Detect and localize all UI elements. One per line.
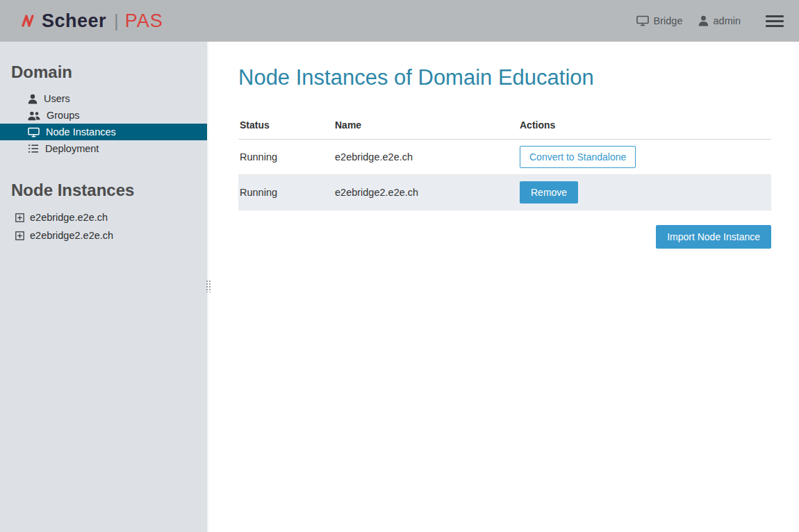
- bridge-menu[interactable]: Bridge: [636, 15, 683, 26]
- column-header-actions: Actions: [518, 114, 771, 140]
- column-header-name: Name: [333, 114, 518, 140]
- bridge-label: Bridge: [654, 15, 683, 26]
- page-title: Node Instances of Domain Education: [238, 65, 771, 90]
- plus-square-icon[interactable]: [15, 231, 24, 240]
- node-instances-heading: Node Instances: [11, 181, 207, 200]
- node-instances-tree: e2ebridge.e2e.ch e2ebridge2.e2e.ch: [0, 208, 207, 244]
- users-group-icon: [28, 110, 40, 121]
- user-icon: [698, 15, 709, 26]
- tree-item-e2ebridge2[interactable]: e2ebridge2.e2e.ch: [0, 226, 207, 244]
- convert-to-standalone-button[interactable]: Convert to Standalone: [520, 146, 636, 168]
- plus-square-icon[interactable]: [15, 213, 24, 222]
- topbar-right: Bridge admin: [636, 15, 784, 27]
- remove-button[interactable]: Remove: [520, 181, 578, 203]
- scheer-pas-logo: Scheer | PAS: [21, 10, 163, 32]
- actions-cell: Remove: [518, 175, 771, 210]
- sidebar-item-groups[interactable]: Groups: [0, 107, 207, 124]
- sidebar-item-label: Node Instances: [46, 126, 116, 138]
- scheer-logo-mark: [21, 13, 36, 28]
- tree-item-label: e2ebridge2.e2e.ch: [30, 230, 113, 241]
- domain-heading: Domain: [11, 63, 207, 82]
- sidebar-item-label: Groups: [47, 110, 80, 121]
- sidebar-item-deployment[interactable]: Deployment: [0, 140, 207, 157]
- logo-text-pas: PAS: [125, 10, 163, 32]
- node-instances-table: Status Name Actions Running e2ebridge.e2…: [238, 114, 771, 210]
- list-icon: [28, 144, 39, 153]
- monitor-icon: [28, 127, 40, 138]
- sidebar: Domain Users Groups: [0, 42, 208, 532]
- sidebar-item-users[interactable]: Users: [0, 90, 207, 107]
- main-content: Node Instances of Domain Education Statu…: [208, 42, 799, 532]
- user-menu[interactable]: admin: [698, 15, 741, 26]
- layout: Domain Users Groups: [0, 42, 799, 532]
- domain-nav: Users Groups Node Instances: [0, 90, 207, 157]
- sidebar-item-node-instances[interactable]: Node Instances: [0, 124, 207, 140]
- column-header-status: Status: [238, 114, 333, 140]
- status-cell: Running: [238, 140, 333, 175]
- status-cell: Running: [238, 175, 333, 210]
- tree-item-e2ebridge[interactable]: e2ebridge.e2e.ch: [0, 208, 207, 226]
- hamburger-menu-icon[interactable]: [766, 15, 784, 27]
- table-row: Running e2ebridge.e2e.ch Convert to Stan…: [238, 140, 771, 175]
- actions-cell: Convert to Standalone: [518, 140, 771, 175]
- logo-separator: |: [114, 10, 119, 32]
- sidebar-item-label: Users: [44, 93, 70, 104]
- table-header-row: Status Name Actions: [238, 114, 771, 140]
- table-row: Running e2ebridge2.e2e.ch Remove: [238, 175, 771, 210]
- sidebar-resize-handle[interactable]: [206, 280, 211, 292]
- actions-row: Import Node Instance: [238, 225, 771, 249]
- name-cell: e2ebridge.e2e.ch: [333, 140, 518, 175]
- import-node-instance-button[interactable]: Import Node Instance: [656, 225, 771, 249]
- tree-item-label: e2ebridge.e2e.ch: [30, 212, 108, 223]
- monitor-icon: [636, 15, 649, 26]
- top-bar: Scheer | PAS Bridge admin: [0, 0, 799, 42]
- user-label: admin: [714, 15, 741, 26]
- user-icon: [28, 94, 38, 104]
- logo-text-scheer: Scheer: [42, 10, 106, 32]
- sidebar-item-label: Deployment: [45, 143, 99, 154]
- name-cell: e2ebridge2.e2e.ch: [333, 175, 518, 210]
